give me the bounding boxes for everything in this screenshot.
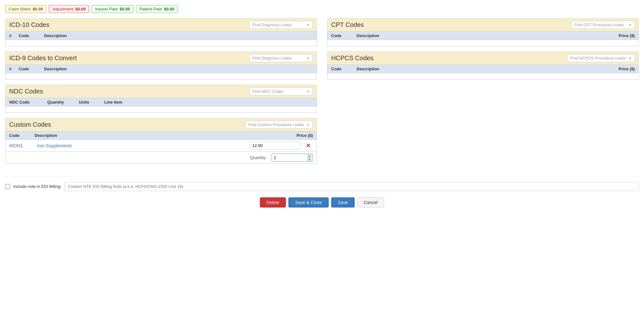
hcpcs-title: HCPCS Codes: [331, 54, 373, 62]
left-column: ICD-10 Codes Find Diagnosis codes ▼ # Co…: [5, 18, 317, 169]
custom-col-price: Price ($): [262, 133, 313, 138]
insurer-paid-value: $0.00: [120, 7, 130, 11]
adjustment-badge: Adjustment: $0.00: [49, 5, 89, 13]
hcpcs-chevron-icon: ▼: [628, 56, 632, 60]
hcpcs-section: HCPCS Codes Find HCPCS Procedure codes ▼…: [327, 51, 639, 80]
bottom-section: Include note in EDI Billing: Delete Save…: [5, 176, 639, 208]
ndc-table-body: [5, 106, 317, 113]
claim-billed-badge: Claim Billed: $0.00: [5, 5, 46, 13]
custom-quantity-input-wrapper: ▲ ▼: [272, 154, 313, 162]
custom-row-price-cell: [250, 142, 301, 150]
ndc-dropdown-placeholder: Find NDC Codes: [252, 89, 283, 94]
patient-paid-badge: Patient Paid: $0.00: [136, 5, 178, 13]
ndc-header: NDC Codes Find NDC Codes ▼: [5, 85, 317, 98]
custom-section: Custom Codes Find Custom Procedure codes…: [5, 118, 317, 164]
ndc-dropdown[interactable]: Find NDC Codes ▼: [249, 87, 313, 95]
icd10-dropdown[interactable]: Find Diagnosis codes ▼: [249, 21, 313, 29]
icd9-col-num: #: [9, 67, 19, 71]
custom-table-row: IRON1 Iron Supplements ✕: [5, 140, 317, 152]
icd9-title: ICD-9 Codes to Convert: [9, 54, 77, 62]
cpt-dropdown-placeholder: Find CPT Procedure codes: [574, 22, 624, 27]
cpt-header: CPT Codes Find CPT Procedure codes ▼: [327, 18, 639, 31]
ndc-col-line-item: Line Item: [104, 100, 313, 105]
custom-title: Custom Codes: [9, 121, 51, 128]
quantity-decrement-button[interactable]: ▼: [307, 158, 312, 161]
cpt-table-header: Code Description Price ($): [327, 31, 639, 40]
custom-quantity-input[interactable]: [272, 154, 313, 162]
icd10-table-body: [5, 40, 317, 46]
cpt-col-code: Code: [331, 33, 357, 38]
ndc-col-ndc-code: NDC Code: [9, 100, 47, 105]
save-button[interactable]: Save: [331, 197, 355, 208]
hcpcs-table-header: Code Description Price ($): [327, 65, 639, 73]
custom-row-code: IRON1: [9, 143, 35, 148]
icd9-table-body: [5, 73, 317, 80]
hcpcs-col-price: Price ($): [603, 67, 635, 71]
cpt-dropdown[interactable]: Find CPT Procedure codes ▼: [571, 21, 635, 29]
cpt-col-price: Price ($): [603, 33, 635, 38]
icd10-dropdown-placeholder: Find Diagnosis codes: [252, 22, 292, 27]
cancel-button[interactable]: Cancel: [357, 197, 384, 208]
hcpcs-header: HCPCS Codes Find HCPCS Procedure codes ▼: [327, 51, 639, 65]
custom-row-description: Iron Supplements: [37, 143, 248, 148]
edi-label: Include note in EDI Billing:: [13, 184, 61, 189]
custom-quantity-row: Quantity: ▲ ▼: [5, 152, 317, 164]
quantity-increment-button[interactable]: ▲: [307, 154, 312, 157]
ndc-table-header: NDC Code Quantity Units Line Item: [5, 98, 317, 106]
icd9-chevron-icon: ▼: [306, 56, 310, 60]
claim-billed-label: Claim Billed:: [9, 7, 31, 11]
hcpcs-dropdown-placeholder: Find HCPCS Procedure codes: [570, 56, 626, 61]
custom-row-remove-cell: ✕: [303, 142, 313, 149]
edi-billing-note-input[interactable]: [65, 182, 639, 191]
badges-row: Claim Billed: $0.00 Adjustment: $0.00 In…: [5, 5, 639, 13]
icd9-section: ICD-9 Codes to Convert Find Diagnosis co…: [5, 51, 317, 80]
hcpcs-dropdown[interactable]: Find HCPCS Procedure codes ▼: [567, 54, 635, 62]
ndc-chevron-icon: ▼: [306, 90, 310, 93]
adjustment-value: $0.00: [75, 7, 86, 11]
cpt-section: CPT Codes Find CPT Procedure codes ▼ Cod…: [327, 18, 639, 46]
ndc-title: NDC Codes: [9, 88, 43, 95]
icd10-table-header: # Code Description: [5, 31, 317, 40]
custom-table-header: Code Description Price ($): [5, 131, 317, 140]
quantity-spinners: ▲ ▼: [307, 154, 312, 161]
custom-dropdown[interactable]: Find Custom Procedure codes ▼: [246, 121, 313, 129]
right-column: CPT Codes Find CPT Procedure codes ▼ Cod…: [327, 18, 639, 169]
cpt-col-description: Description: [357, 33, 603, 38]
custom-chevron-icon: ▼: [306, 123, 310, 127]
ndc-col-quantity: Quantity: [47, 100, 79, 105]
custom-col-description: Description: [35, 133, 262, 138]
save-close-button[interactable]: Save & Close: [288, 197, 329, 208]
icd9-dropdown-placeholder: Find Diagnosis codes: [252, 56, 292, 61]
icd10-title: ICD-10 Codes: [9, 21, 49, 29]
patient-paid-label: Patient Paid:: [139, 7, 163, 11]
icd9-table-header: # Code Description: [5, 65, 317, 73]
icd9-dropdown[interactable]: Find Diagnosis codes ▼: [249, 54, 313, 62]
cpt-table-body: [327, 40, 639, 46]
custom-dropdown-placeholder: Find Custom Procedure codes: [248, 122, 304, 127]
icd9-header: ICD-9 Codes to Convert Find Diagnosis co…: [5, 51, 317, 65]
insurer-paid-label: Insurer Paid:: [95, 7, 119, 11]
icd9-col-description: Description: [44, 67, 313, 71]
icd10-col-description: Description: [44, 33, 313, 38]
custom-quantity-label: Quantity:: [250, 155, 269, 160]
icd10-col-num: #: [9, 33, 19, 38]
icd10-col-code: Code: [19, 33, 44, 38]
edi-checkbox[interactable]: [5, 184, 10, 189]
icd9-col-code: Code: [19, 67, 44, 71]
ndc-col-units: Units: [79, 100, 104, 105]
delete-button[interactable]: Delete: [260, 197, 286, 208]
cpt-chevron-icon: ▼: [628, 23, 632, 27]
custom-price-input[interactable]: [250, 142, 301, 150]
hcpcs-col-description: Description: [357, 67, 603, 71]
action-buttons-row: Delete Save & Close Save Cancel: [5, 197, 639, 208]
ndc-section: NDC Codes Find NDC Codes ▼ NDC Code Quan…: [5, 85, 317, 113]
icd10-chevron-icon: ▼: [306, 23, 310, 27]
custom-col-code: Code: [9, 133, 35, 138]
hcpcs-table-body: [327, 73, 639, 80]
edi-row: Include note in EDI Billing:: [5, 182, 639, 191]
hcpcs-col-code: Code: [331, 67, 357, 71]
patient-paid-value: $0.00: [164, 7, 174, 11]
insurer-paid-badge: Insurer Paid: $0.00: [92, 5, 133, 13]
cpt-title: CPT Codes: [331, 21, 364, 29]
custom-row-remove-button[interactable]: ✕: [306, 142, 311, 149]
